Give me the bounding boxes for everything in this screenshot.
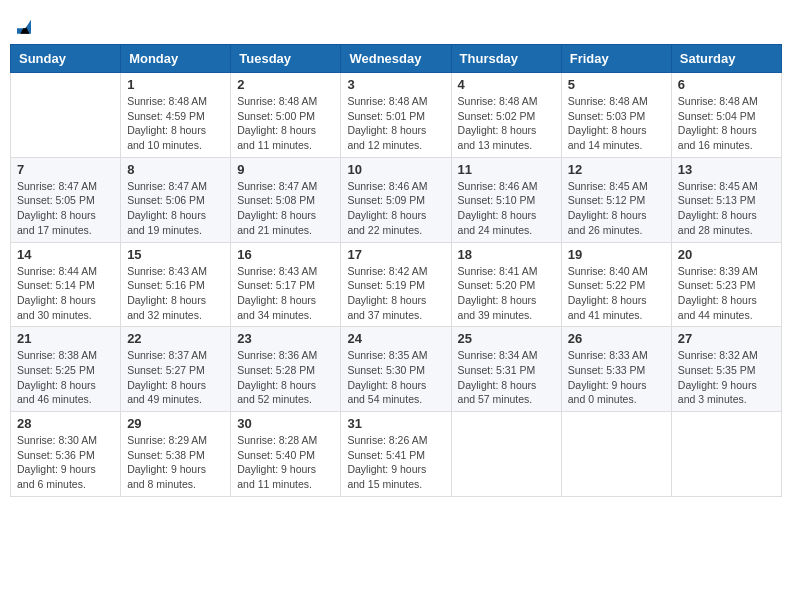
day-info: Sunrise: 8:47 AM Sunset: 5:05 PM Dayligh… <box>17 179 114 238</box>
day-cell <box>451 412 561 497</box>
day-cell: 16 Sunrise: 8:43 AM Sunset: 5:17 PM Dayl… <box>231 242 341 327</box>
day-info: Sunrise: 8:48 AM Sunset: 5:00 PM Dayligh… <box>237 94 334 153</box>
day-info: Sunrise: 8:29 AM Sunset: 5:38 PM Dayligh… <box>127 433 224 492</box>
day-info: Sunrise: 8:45 AM Sunset: 5:12 PM Dayligh… <box>568 179 665 238</box>
weekday-header-monday: Monday <box>121 45 231 73</box>
day-info: Sunrise: 8:33 AM Sunset: 5:33 PM Dayligh… <box>568 348 665 407</box>
logo: ▲ <box>15 15 31 36</box>
day-info: Sunrise: 8:45 AM Sunset: 5:13 PM Dayligh… <box>678 179 775 238</box>
day-cell: 30 Sunrise: 8:28 AM Sunset: 5:40 PM Dayl… <box>231 412 341 497</box>
day-info: Sunrise: 8:36 AM Sunset: 5:28 PM Dayligh… <box>237 348 334 407</box>
day-number: 24 <box>347 331 444 346</box>
day-info: Sunrise: 8:48 AM Sunset: 5:01 PM Dayligh… <box>347 94 444 153</box>
day-number: 8 <box>127 162 224 177</box>
day-number: 29 <box>127 416 224 431</box>
day-cell: 22 Sunrise: 8:37 AM Sunset: 5:27 PM Dayl… <box>121 327 231 412</box>
day-info: Sunrise: 8:43 AM Sunset: 5:16 PM Dayligh… <box>127 264 224 323</box>
day-cell: 17 Sunrise: 8:42 AM Sunset: 5:19 PM Dayl… <box>341 242 451 327</box>
day-number: 28 <box>17 416 114 431</box>
day-cell <box>11 73 121 158</box>
day-cell: 5 Sunrise: 8:48 AM Sunset: 5:03 PM Dayli… <box>561 73 671 158</box>
day-number: 2 <box>237 77 334 92</box>
day-info: Sunrise: 8:47 AM Sunset: 5:06 PM Dayligh… <box>127 179 224 238</box>
day-cell <box>671 412 781 497</box>
day-number: 13 <box>678 162 775 177</box>
day-cell: 11 Sunrise: 8:46 AM Sunset: 5:10 PM Dayl… <box>451 157 561 242</box>
day-cell: 10 Sunrise: 8:46 AM Sunset: 5:09 PM Dayl… <box>341 157 451 242</box>
day-info: Sunrise: 8:30 AM Sunset: 5:36 PM Dayligh… <box>17 433 114 492</box>
day-number: 21 <box>17 331 114 346</box>
day-cell: 20 Sunrise: 8:39 AM Sunset: 5:23 PM Dayl… <box>671 242 781 327</box>
weekday-header-row: SundayMondayTuesdayWednesdayThursdayFrid… <box>11 45 782 73</box>
day-cell: 4 Sunrise: 8:48 AM Sunset: 5:02 PM Dayli… <box>451 73 561 158</box>
day-info: Sunrise: 8:38 AM Sunset: 5:25 PM Dayligh… <box>17 348 114 407</box>
day-info: Sunrise: 8:35 AM Sunset: 5:30 PM Dayligh… <box>347 348 444 407</box>
day-cell: 23 Sunrise: 8:36 AM Sunset: 5:28 PM Dayl… <box>231 327 341 412</box>
day-info: Sunrise: 8:32 AM Sunset: 5:35 PM Dayligh… <box>678 348 775 407</box>
day-cell: 28 Sunrise: 8:30 AM Sunset: 5:36 PM Dayl… <box>11 412 121 497</box>
day-cell: 6 Sunrise: 8:48 AM Sunset: 5:04 PM Dayli… <box>671 73 781 158</box>
day-cell: 2 Sunrise: 8:48 AM Sunset: 5:00 PM Dayli… <box>231 73 341 158</box>
logo-icon: ▲ <box>17 20 31 34</box>
day-number: 12 <box>568 162 665 177</box>
day-number: 16 <box>237 247 334 262</box>
day-info: Sunrise: 8:48 AM Sunset: 5:02 PM Dayligh… <box>458 94 555 153</box>
week-row-5: 28 Sunrise: 8:30 AM Sunset: 5:36 PM Dayl… <box>11 412 782 497</box>
week-row-3: 14 Sunrise: 8:44 AM Sunset: 5:14 PM Dayl… <box>11 242 782 327</box>
day-cell: 21 Sunrise: 8:38 AM Sunset: 5:25 PM Dayl… <box>11 327 121 412</box>
day-number: 1 <box>127 77 224 92</box>
day-cell: 8 Sunrise: 8:47 AM Sunset: 5:06 PM Dayli… <box>121 157 231 242</box>
day-cell: 13 Sunrise: 8:45 AM Sunset: 5:13 PM Dayl… <box>671 157 781 242</box>
day-number: 3 <box>347 77 444 92</box>
day-number: 30 <box>237 416 334 431</box>
calendar-table: SundayMondayTuesdayWednesdayThursdayFrid… <box>10 44 782 497</box>
day-info: Sunrise: 8:48 AM Sunset: 5:04 PM Dayligh… <box>678 94 775 153</box>
day-cell: 29 Sunrise: 8:29 AM Sunset: 5:38 PM Dayl… <box>121 412 231 497</box>
day-number: 15 <box>127 247 224 262</box>
day-number: 31 <box>347 416 444 431</box>
day-info: Sunrise: 8:34 AM Sunset: 5:31 PM Dayligh… <box>458 348 555 407</box>
weekday-header-friday: Friday <box>561 45 671 73</box>
week-row-2: 7 Sunrise: 8:47 AM Sunset: 5:05 PM Dayli… <box>11 157 782 242</box>
day-number: 20 <box>678 247 775 262</box>
day-number: 10 <box>347 162 444 177</box>
day-number: 4 <box>458 77 555 92</box>
weekday-header-saturday: Saturday <box>671 45 781 73</box>
day-cell: 25 Sunrise: 8:34 AM Sunset: 5:31 PM Dayl… <box>451 327 561 412</box>
day-info: Sunrise: 8:43 AM Sunset: 5:17 PM Dayligh… <box>237 264 334 323</box>
day-cell: 9 Sunrise: 8:47 AM Sunset: 5:08 PM Dayli… <box>231 157 341 242</box>
week-row-4: 21 Sunrise: 8:38 AM Sunset: 5:25 PM Dayl… <box>11 327 782 412</box>
day-cell: 1 Sunrise: 8:48 AM Sunset: 4:59 PM Dayli… <box>121 73 231 158</box>
day-number: 7 <box>17 162 114 177</box>
day-info: Sunrise: 8:42 AM Sunset: 5:19 PM Dayligh… <box>347 264 444 323</box>
day-number: 9 <box>237 162 334 177</box>
day-number: 22 <box>127 331 224 346</box>
day-number: 14 <box>17 247 114 262</box>
weekday-header-thursday: Thursday <box>451 45 561 73</box>
day-number: 25 <box>458 331 555 346</box>
day-cell: 12 Sunrise: 8:45 AM Sunset: 5:12 PM Dayl… <box>561 157 671 242</box>
day-info: Sunrise: 8:46 AM Sunset: 5:10 PM Dayligh… <box>458 179 555 238</box>
day-info: Sunrise: 8:47 AM Sunset: 5:08 PM Dayligh… <box>237 179 334 238</box>
week-row-1: 1 Sunrise: 8:48 AM Sunset: 4:59 PM Dayli… <box>11 73 782 158</box>
day-cell <box>561 412 671 497</box>
day-cell: 31 Sunrise: 8:26 AM Sunset: 5:41 PM Dayl… <box>341 412 451 497</box>
day-cell: 24 Sunrise: 8:35 AM Sunset: 5:30 PM Dayl… <box>341 327 451 412</box>
day-cell: 15 Sunrise: 8:43 AM Sunset: 5:16 PM Dayl… <box>121 242 231 327</box>
day-number: 19 <box>568 247 665 262</box>
day-number: 17 <box>347 247 444 262</box>
day-info: Sunrise: 8:37 AM Sunset: 5:27 PM Dayligh… <box>127 348 224 407</box>
day-cell: 14 Sunrise: 8:44 AM Sunset: 5:14 PM Dayl… <box>11 242 121 327</box>
day-info: Sunrise: 8:41 AM Sunset: 5:20 PM Dayligh… <box>458 264 555 323</box>
day-cell: 3 Sunrise: 8:48 AM Sunset: 5:01 PM Dayli… <box>341 73 451 158</box>
day-number: 26 <box>568 331 665 346</box>
day-cell: 7 Sunrise: 8:47 AM Sunset: 5:05 PM Dayli… <box>11 157 121 242</box>
day-info: Sunrise: 8:40 AM Sunset: 5:22 PM Dayligh… <box>568 264 665 323</box>
day-info: Sunrise: 8:46 AM Sunset: 5:09 PM Dayligh… <box>347 179 444 238</box>
weekday-header-wednesday: Wednesday <box>341 45 451 73</box>
day-info: Sunrise: 8:44 AM Sunset: 5:14 PM Dayligh… <box>17 264 114 323</box>
day-cell: 27 Sunrise: 8:32 AM Sunset: 5:35 PM Dayl… <box>671 327 781 412</box>
day-info: Sunrise: 8:28 AM Sunset: 5:40 PM Dayligh… <box>237 433 334 492</box>
day-number: 23 <box>237 331 334 346</box>
day-cell: 19 Sunrise: 8:40 AM Sunset: 5:22 PM Dayl… <box>561 242 671 327</box>
